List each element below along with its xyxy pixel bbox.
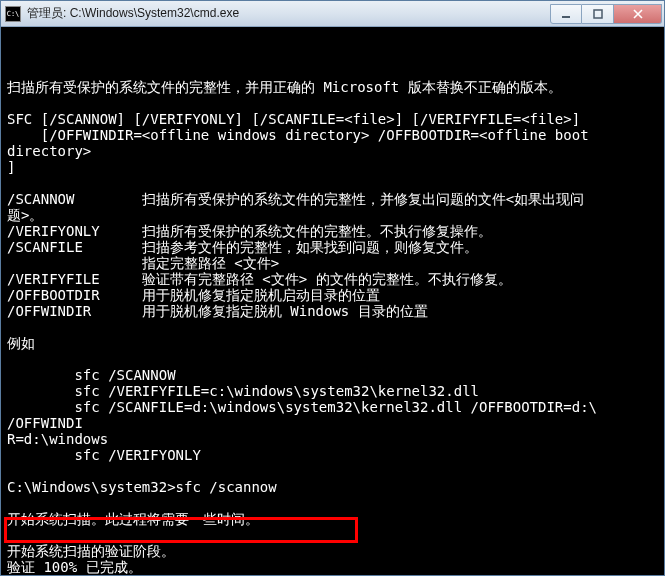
- console-line: [7, 175, 658, 191]
- close-icon: [633, 9, 643, 19]
- console-line: C:\Windows\system32>sfc /scannow: [7, 479, 658, 495]
- cmd-window: C:\ 管理员: C:\Windows\System32\cmd.exe 扫描所…: [0, 0, 665, 576]
- console-line: sfc /VERIFYONLY: [7, 447, 658, 463]
- console-output[interactable]: 扫描所有受保护的系统文件的完整性，并用正确的 Microsoft 版本替换不正确…: [1, 27, 664, 575]
- console-line: sfc /SCANNOW: [7, 367, 658, 383]
- console-line: [7, 95, 658, 111]
- window-controls: [550, 4, 662, 24]
- titlebar[interactable]: C:\ 管理员: C:\Windows\System32\cmd.exe: [1, 1, 664, 27]
- console-line: /OFFWINDIR 用于脱机修复指定脱机 Windows 目录的位置: [7, 303, 658, 319]
- console-line: SFC [/SCANNOW] [/VERIFYONLY] [/SCANFILE=…: [7, 111, 658, 127]
- console-line: [/OFFWINDIR=<offline windows directory> …: [7, 127, 658, 159]
- cmd-icon: C:\: [5, 6, 21, 22]
- console-line: 扫描所有受保护的系统文件的完整性，并用正确的 Microsoft 版本替换不正确…: [7, 79, 658, 95]
- console-line: /SCANFILE 扫描参考文件的完整性，如果找到问题，则修复文件。: [7, 239, 658, 255]
- console-line: [7, 527, 658, 543]
- maximize-icon: [593, 9, 603, 19]
- window-title: 管理员: C:\Windows\System32\cmd.exe: [27, 5, 550, 22]
- minimize-button[interactable]: [550, 4, 582, 24]
- console-line: /OFFBOOTDIR 用于脱机修复指定脱机启动目录的位置: [7, 287, 658, 303]
- console-line: 例如: [7, 335, 658, 351]
- console-line: [7, 351, 658, 367]
- maximize-button[interactable]: [582, 4, 614, 24]
- console-line: 开始系统扫描的验证阶段。: [7, 543, 658, 559]
- console-line: [7, 463, 658, 479]
- console-line: [7, 319, 658, 335]
- console-line: /VERIFYFILE 验证带有完整路径 <文件> 的文件的完整性。不执行修复。: [7, 271, 658, 287]
- svg-rect-0: [562, 16, 570, 18]
- console-line: /VERIFYONLY 扫描所有受保护的系统文件的完整性。不执行修复操作。: [7, 223, 658, 239]
- minimize-icon: [561, 9, 571, 19]
- console-line: ]: [7, 159, 658, 175]
- close-button[interactable]: [614, 4, 662, 24]
- console-line: sfc /VERIFYFILE=c:\windows\system32\kern…: [7, 383, 658, 399]
- console-line: 验证 100% 已完成。: [7, 559, 658, 575]
- console-line: R=d:\windows: [7, 431, 658, 447]
- console-line: /SCANNOW 扫描所有受保护的系统文件的完整性，并修复出问题的文件<如果出现…: [7, 191, 658, 207]
- console-line: 题>。: [7, 207, 658, 223]
- console-line: 开始系统扫描。此过程将需要一些时间。: [7, 511, 658, 527]
- console-line: sfc /SCANFILE=d:\windows\system32\kernel…: [7, 399, 658, 431]
- svg-rect-1: [594, 10, 602, 18]
- console-line: 指定完整路径 <文件>: [7, 255, 658, 271]
- console-line: [7, 495, 658, 511]
